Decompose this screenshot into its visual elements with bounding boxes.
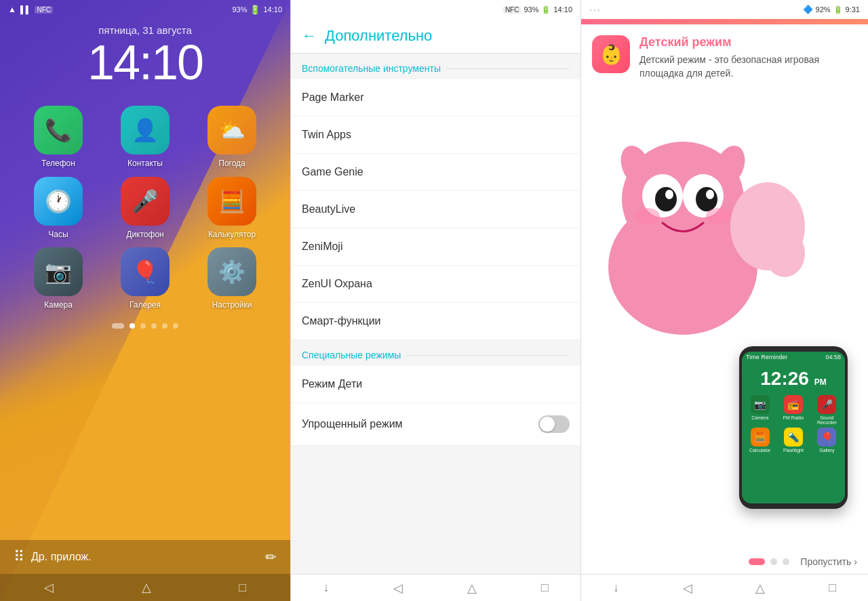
wifi-icon: ▲ <box>8 5 16 14</box>
app-label-6: Камера <box>44 300 73 310</box>
settings-item-game-genie[interactable]: Game Genie <box>291 154 580 191</box>
settings-item-simple[interactable]: Упрощенный режим <box>291 403 580 446</box>
clock-display: 14:10 <box>263 5 282 14</box>
phone-icon-3: 🧮Calculator <box>745 428 775 453</box>
p3-home-button[interactable]: △ <box>755 581 765 596</box>
app-icon-диктофон[interactable]: 🎤Диктофон <box>106 177 184 239</box>
kids-promo-area: 👶 Детский режим Детский режим - это безо… <box>581 24 868 91</box>
pagination-dot-0 <box>749 558 765 565</box>
back-button[interactable]: ◁ <box>44 580 54 595</box>
user-dot <box>112 323 124 329</box>
settings-item-zenimoji[interactable]: ZeniMoji <box>291 228 580 266</box>
nav-bar-panel1: ◁ △ □ <box>0 574 290 601</box>
battery-percent: 93% <box>232 5 247 14</box>
skip-label: Пропустить <box>800 556 851 567</box>
app-icon-graphic-5: 🧮 <box>208 177 256 226</box>
p2-download-icon[interactable]: ↓ <box>323 581 329 595</box>
p3-recents-button[interactable]: □ <box>829 581 836 595</box>
status-icons-left: ▲ ▌▌ NFC <box>8 5 53 14</box>
dot-2 <box>151 323 157 329</box>
skip-button[interactable]: Пропустить › <box>800 556 857 567</box>
home-screen-panel: ▲ ▌▌ NFC 93% 🔋 14:10 пятница, 31 августа… <box>0 0 290 601</box>
p3-battery: 92% <box>816 5 831 14</box>
home-time: 14:10 <box>0 36 290 89</box>
p3-bluetooth-icon: 🔷 <box>803 5 813 14</box>
home-bottom-bar[interactable]: ⠿ Др. прилож. ✏ <box>0 540 290 574</box>
kids-icon-emoji: 👶 <box>599 43 623 66</box>
battery-icon: 🔋 <box>250 5 260 15</box>
app-icon-graphic-0: 📞 <box>34 106 83 154</box>
nfc-label: NFC <box>35 6 53 14</box>
svg-point-13 <box>764 230 805 277</box>
all-apps-button[interactable]: ⠿ Др. прилож. <box>14 548 92 566</box>
app-label-0: Телефон <box>41 159 75 168</box>
phone-icon-1: 📻FM Radio <box>778 395 808 425</box>
phone-icon-0: 📷Camera <box>745 395 775 425</box>
app-label-7: Галерея <box>130 300 161 310</box>
settings-item-beautylive[interactable]: BeautyLive <box>291 191 580 228</box>
top-accent-bar <box>581 19 868 24</box>
settings-panel: NFC 93% 🔋 14:10 ← Дополнительно Вспомога… <box>290 0 580 601</box>
phone-icon-label-5: Gallery <box>819 448 834 453</box>
home-button[interactable]: △ <box>142 580 151 595</box>
phone-icon-label-1: FM Radio <box>783 415 804 420</box>
phone-time-label: 04:58 <box>825 354 841 360</box>
settings-item-zenui[interactable]: ZenUI Охрана <box>291 266 580 303</box>
app-icon-телефон[interactable]: 📞Телефон <box>19 106 98 168</box>
app-icon-погода[interactable]: ⛅Погода <box>193 106 271 168</box>
signal-icon: ▌▌ <box>20 5 31 14</box>
status-bar-panel1: ▲ ▌▌ NFC 93% 🔋 14:10 <box>0 0 290 19</box>
p2-home-button[interactable]: △ <box>467 581 477 596</box>
app-icon-настройки[interactable]: ⚙️Настройки <box>193 247 271 310</box>
app-icon-калькулятор[interactable]: 🧮Калькулятор <box>193 177 271 239</box>
p3-dots: ··· <box>589 4 601 15</box>
kids-promo-description: Детский режим - это безопасная игровая п… <box>639 54 857 80</box>
settings-item-page-marker[interactable]: Page Marker <box>291 79 580 117</box>
app-icon-часы[interactable]: 🕐Часы <box>19 177 98 239</box>
p3-back-button[interactable]: ◁ <box>683 581 692 596</box>
app-icon-graphic-3: 🕐 <box>34 177 83 226</box>
p2-battery-icon: 🔋 <box>541 5 551 14</box>
app-icon-graphic-2: ⛅ <box>208 106 256 154</box>
app-icon-graphic-1: 👤 <box>121 106 170 154</box>
p3-download-icon[interactable]: ↓ <box>613 581 619 595</box>
nav-bar-panel2: ↓ ◁ △ □ <box>291 574 580 601</box>
edit-icon[interactable]: ✏ <box>265 549 277 565</box>
app-icon-контакты[interactable]: 👤Контакты <box>106 106 184 168</box>
dot-1 <box>140 323 146 329</box>
page-indicators <box>0 323 290 329</box>
p2-back-button[interactable]: ◁ <box>393 581 403 596</box>
phone-screen: Time Reminder 04:58 12:26 PM 📷Camera📻FM … <box>742 352 845 503</box>
dot-3 <box>162 323 167 329</box>
settings-title: Дополнительно <box>325 27 432 45</box>
phone-icon-box-3: 🧮 <box>751 428 770 447</box>
recents-button[interactable]: □ <box>239 581 246 595</box>
back-arrow-button[interactable]: ← <box>302 27 317 45</box>
dot-0 <box>130 323 135 329</box>
apps-grid-icon: ⠿ <box>14 548 24 566</box>
kids-promo-text: Детский режим Детский режим - это безопа… <box>639 35 857 80</box>
phone-icon-box-1: 📻 <box>784 395 803 414</box>
kids-illustration: Time Reminder 04:58 12:26 PM 📷Camera📻FM … <box>581 91 868 550</box>
p2-recents-button[interactable]: □ <box>541 581 549 595</box>
p2-time: 14:10 <box>553 5 572 14</box>
app-icon-камера[interactable]: 📷Камера <box>19 247 98 310</box>
app-icon-галерея[interactable]: 🎈Галерея <box>106 247 184 310</box>
pagination-dot-2 <box>783 558 789 565</box>
phone-icon-label-0: Camera <box>751 415 768 420</box>
settings-item-smart[interactable]: Смарт-функции <box>291 303 580 340</box>
settings-item-twin-apps[interactable]: Twin Apps <box>291 117 580 154</box>
p2-battery: 93% <box>524 5 538 14</box>
section-header-tools: Вспомогательные инструменты <box>291 54 580 79</box>
app-label-4: Диктофон <box>126 230 163 239</box>
simple-mode-toggle[interactable] <box>538 415 570 433</box>
simple-mode-label: Упрощенный режим <box>302 418 403 430</box>
dot-4 <box>173 323 178 329</box>
app-label-1: Контакты <box>127 159 163 168</box>
app-label-8: Настройки <box>212 300 252 310</box>
status-right: 93% 🔋 14:10 <box>232 5 282 15</box>
svg-point-8 <box>665 190 673 199</box>
settings-item-kids[interactable]: Режим Дети <box>291 366 580 403</box>
phone-icon-label-3: Calculator <box>749 448 771 453</box>
app-icon-graphic-8: ⚙️ <box>208 247 256 296</box>
